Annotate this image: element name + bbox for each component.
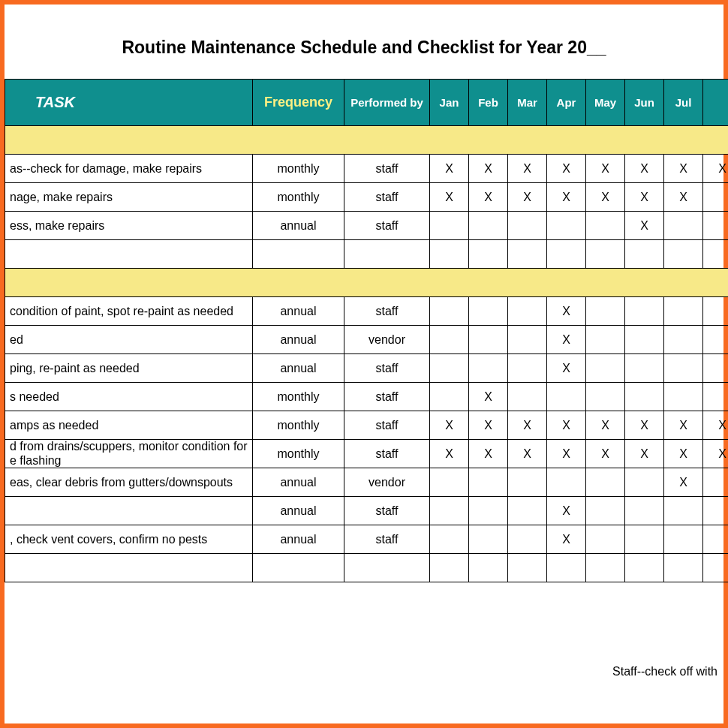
month-cell[interactable]: X xyxy=(547,326,586,354)
month-cell[interactable] xyxy=(547,554,586,582)
month-cell[interactable] xyxy=(586,525,625,554)
month-cell[interactable]: X xyxy=(469,155,508,183)
month-cell[interactable] xyxy=(469,212,508,240)
month-cell[interactable] xyxy=(625,326,664,354)
month-cell[interactable]: X xyxy=(664,155,703,183)
month-cell[interactable] xyxy=(625,354,664,383)
month-cell[interactable]: X xyxy=(586,440,625,468)
month-cell[interactable] xyxy=(508,212,547,240)
month-cell[interactable] xyxy=(430,297,469,326)
month-cell[interactable] xyxy=(508,383,547,411)
month-cell[interactable] xyxy=(664,326,703,354)
month-cell[interactable]: X xyxy=(586,183,625,212)
month-cell[interactable] xyxy=(586,383,625,411)
month-cell[interactable]: X xyxy=(547,525,586,554)
month-cell[interactable] xyxy=(430,554,469,582)
month-cell[interactable] xyxy=(430,497,469,525)
month-cell[interactable] xyxy=(586,212,625,240)
month-cell[interactable]: X xyxy=(703,155,729,183)
month-cell[interactable]: X xyxy=(547,155,586,183)
month-cell[interactable]: X xyxy=(469,411,508,440)
month-cell[interactable] xyxy=(586,497,625,525)
month-cell[interactable] xyxy=(547,212,586,240)
month-cell[interactable] xyxy=(625,297,664,326)
month-cell[interactable] xyxy=(508,554,547,582)
month-cell[interactable] xyxy=(469,525,508,554)
month-cell[interactable] xyxy=(430,240,469,269)
month-cell[interactable] xyxy=(469,554,508,582)
month-cell[interactable] xyxy=(508,497,547,525)
month-cell[interactable]: X xyxy=(469,383,508,411)
month-cell[interactable] xyxy=(586,297,625,326)
month-cell[interactable]: X xyxy=(625,183,664,212)
month-cell[interactable]: X xyxy=(703,440,729,468)
month-cell[interactable] xyxy=(703,525,729,554)
month-cell[interactable]: X xyxy=(547,440,586,468)
month-cell[interactable] xyxy=(430,354,469,383)
month-cell[interactable] xyxy=(430,326,469,354)
month-cell[interactable] xyxy=(586,468,625,497)
month-cell[interactable] xyxy=(508,525,547,554)
month-cell[interactable]: X xyxy=(703,411,729,440)
month-cell[interactable] xyxy=(625,383,664,411)
month-cell[interactable] xyxy=(586,326,625,354)
month-cell[interactable] xyxy=(703,354,729,383)
month-cell[interactable] xyxy=(625,240,664,269)
month-cell[interactable]: X xyxy=(547,297,586,326)
month-cell[interactable]: X xyxy=(664,440,703,468)
month-cell[interactable] xyxy=(664,297,703,326)
month-cell[interactable] xyxy=(430,525,469,554)
month-cell[interactable] xyxy=(703,497,729,525)
month-cell[interactable]: X xyxy=(430,183,469,212)
month-cell[interactable] xyxy=(703,297,729,326)
month-cell[interactable] xyxy=(625,468,664,497)
month-cell[interactable] xyxy=(586,240,625,269)
month-cell[interactable]: X xyxy=(586,411,625,440)
month-cell[interactable] xyxy=(469,354,508,383)
month-cell[interactable]: X xyxy=(625,411,664,440)
month-cell[interactable] xyxy=(469,297,508,326)
month-cell[interactable] xyxy=(469,240,508,269)
month-cell[interactable] xyxy=(664,497,703,525)
month-cell[interactable] xyxy=(625,525,664,554)
month-cell[interactable] xyxy=(664,240,703,269)
month-cell[interactable] xyxy=(625,554,664,582)
month-cell[interactable]: X xyxy=(547,411,586,440)
month-cell[interactable] xyxy=(625,497,664,525)
month-cell[interactable]: X xyxy=(664,411,703,440)
month-cell[interactable] xyxy=(664,554,703,582)
month-cell[interactable] xyxy=(703,383,729,411)
month-cell[interactable] xyxy=(664,354,703,383)
month-cell[interactable] xyxy=(469,497,508,525)
month-cell[interactable]: X xyxy=(547,354,586,383)
month-cell[interactable] xyxy=(664,383,703,411)
month-cell[interactable] xyxy=(703,183,729,212)
month-cell[interactable] xyxy=(508,326,547,354)
month-cell[interactable] xyxy=(508,354,547,383)
month-cell[interactable] xyxy=(508,240,547,269)
month-cell[interactable] xyxy=(664,212,703,240)
month-cell[interactable] xyxy=(703,468,729,497)
month-cell[interactable] xyxy=(547,468,586,497)
month-cell[interactable] xyxy=(703,326,729,354)
month-cell[interactable] xyxy=(547,240,586,269)
month-cell[interactable]: X xyxy=(430,155,469,183)
month-cell[interactable] xyxy=(469,326,508,354)
month-cell[interactable] xyxy=(703,554,729,582)
month-cell[interactable] xyxy=(508,297,547,326)
month-cell[interactable]: X xyxy=(625,212,664,240)
month-cell[interactable]: X xyxy=(547,497,586,525)
month-cell[interactable]: X xyxy=(508,411,547,440)
month-cell[interactable]: X xyxy=(430,440,469,468)
month-cell[interactable] xyxy=(547,383,586,411)
month-cell[interactable]: X xyxy=(469,440,508,468)
month-cell[interactable] xyxy=(586,554,625,582)
month-cell[interactable]: X xyxy=(469,183,508,212)
month-cell[interactable]: X xyxy=(586,155,625,183)
month-cell[interactable] xyxy=(508,468,547,497)
month-cell[interactable] xyxy=(469,468,508,497)
month-cell[interactable] xyxy=(586,354,625,383)
month-cell[interactable] xyxy=(430,383,469,411)
month-cell[interactable]: X xyxy=(625,155,664,183)
month-cell[interactable]: X xyxy=(430,411,469,440)
